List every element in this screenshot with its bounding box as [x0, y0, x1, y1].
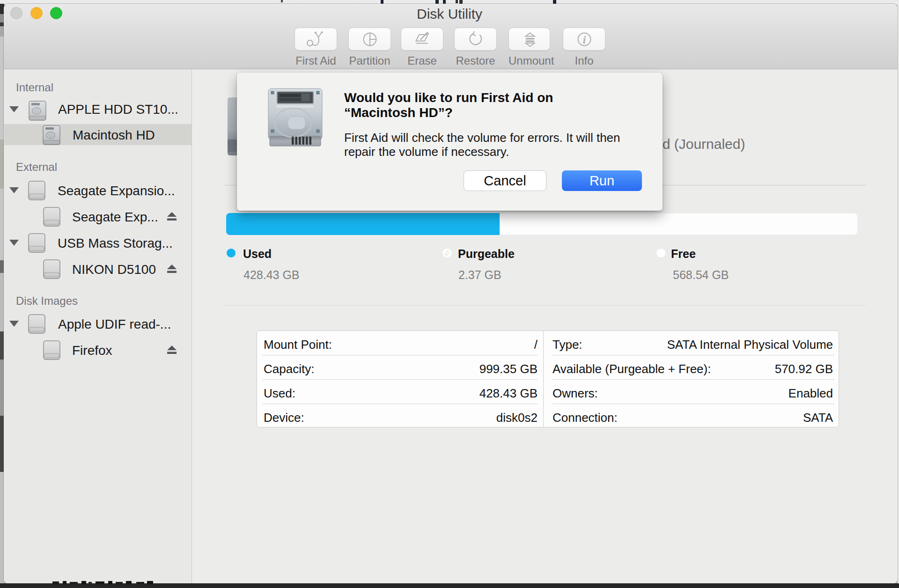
- svg-text:i: i: [583, 34, 586, 46]
